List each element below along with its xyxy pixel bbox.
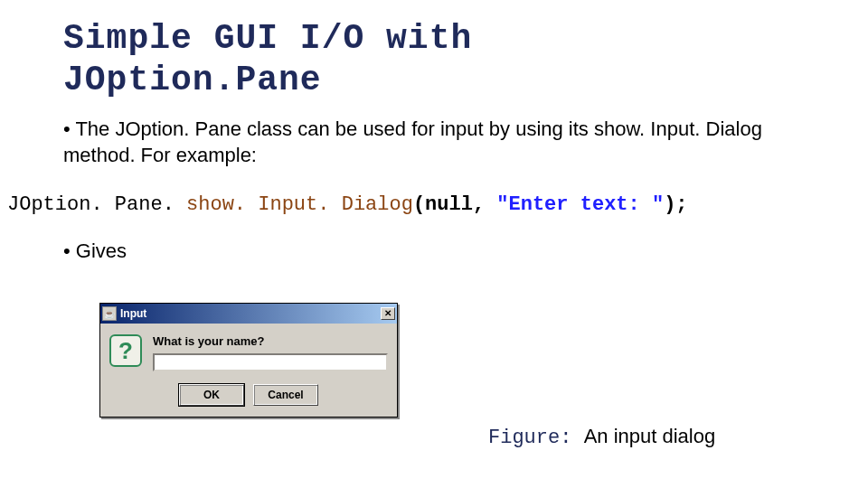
- bullet-dot: [63, 117, 75, 140]
- title-line-1: Simple GUI I/O with: [63, 19, 472, 58]
- dialog-text-input[interactable]: [153, 353, 388, 371]
- question-icon: ?: [109, 334, 142, 367]
- cancel-button[interactable]: Cancel: [253, 384, 318, 406]
- ok-button[interactable]: OK: [179, 384, 244, 406]
- code-seg-lparen: (: [413, 193, 425, 216]
- title-line-2: JOption.Pane: [63, 61, 322, 99]
- dialog-right-col: What is your name?: [153, 333, 388, 371]
- code-seg-comma: ,: [473, 193, 496, 216]
- dialog-title: Input: [120, 307, 381, 320]
- dialog-screenshot: ☕ Input ✕ ? What is your name? OK Cancel: [99, 303, 398, 418]
- figure-caption: Figure: An input dialog: [488, 425, 715, 449]
- figure-text: An input dialog: [584, 425, 716, 447]
- bullet-1-text: The JOption. Pane class can be used for …: [63, 117, 762, 166]
- dialog-prompt: What is your name?: [153, 333, 388, 348]
- input-dialog: ☕ Input ✕ ? What is your name? OK Cancel: [99, 303, 398, 418]
- dialog-body: ? What is your name? OK Cancel: [100, 324, 397, 417]
- code-seg-null: null: [425, 193, 473, 216]
- dialog-titlebar: ☕ Input ✕: [100, 304, 397, 324]
- code-seg-string: "Enter text: ": [496, 193, 664, 216]
- bullet-dot: [63, 239, 76, 262]
- dialog-content-row: ? What is your name?: [109, 333, 388, 371]
- code-seg-class: JOption. Pane.: [7, 193, 186, 216]
- figure-label: Figure:: [488, 427, 584, 449]
- bullet-2-text: Gives: [76, 239, 127, 262]
- close-button[interactable]: ✕: [381, 307, 395, 320]
- dialog-button-row: OK Cancel: [109, 384, 388, 406]
- java-cup-icon: ☕: [102, 306, 117, 321]
- code-line: JOption. Pane. show. Input. Dialog(null,…: [0, 168, 868, 216]
- slide-title: Simple GUI I/O with JOption.Pane: [0, 0, 868, 100]
- code-seg-method: show. Input. Dialog: [186, 193, 413, 216]
- bullet-2: Gives: [0, 216, 868, 263]
- code-seg-rparen: );: [664, 193, 687, 216]
- bullet-1: The JOption. Pane class can be used for …: [0, 100, 868, 168]
